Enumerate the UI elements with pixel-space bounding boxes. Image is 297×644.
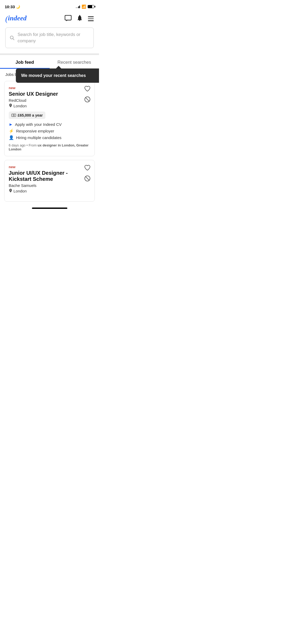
wifi-icon: 📶 [82,4,86,9]
tab-job-feed[interactable]: Job feed [0,55,50,69]
svg-line-11 [86,177,89,180]
tooltip-area: Jobs based on We moved your recent searc… [0,69,99,77]
search-bar[interactable]: Search for job title, keywords or compan… [5,27,94,48]
tooltip-message: We moved your recent searches [21,73,86,78]
svg-point-9 [13,114,15,116]
feature-hiring: 👤 Hiring multiple candidates [9,135,90,140]
company-name: RedCloud [9,98,90,103]
person-add-icon: 👤 [9,135,14,140]
job-card-actions [84,85,91,104]
search-placeholder: Search for job title, keywords or compan… [17,31,89,44]
apply-icon: ► [9,122,13,127]
new-badge: new [9,86,90,90]
job-location: London [9,189,90,194]
job-features: ► Apply with your Indeed CV ⚡ Responsive… [9,122,90,140]
save-job-button[interactable] [84,85,91,93]
company-name: Bache Samuels [9,183,90,188]
svg-rect-8 [12,114,16,117]
app-header: (indeed [0,12,99,27]
feature-responsive: ⚡ Responsive employer [9,128,90,134]
home-indicator [0,204,99,211]
new-badge: new [9,165,90,169]
save-job-button[interactable] [84,164,91,172]
signal-icon [76,5,80,8]
search-container: Search for job title, keywords or compan… [0,27,99,53]
recent-searches-tooltip[interactable]: We moved your recent searches [16,68,99,83]
hide-job-button[interactable] [84,96,91,104]
status-time: 10:33 [5,4,15,9]
messages-button[interactable] [65,15,72,22]
svg-line-7 [86,98,89,101]
salary-icon [11,113,16,117]
status-icons: 📶 [76,4,95,9]
tabs-bar: Job feed Recent searches [0,55,99,69]
location-icon [9,189,12,194]
job-title: Junior UI/UX Designer - Kickstart Scheme [9,170,90,182]
job-meta: 6 days ago • From ux designer in London,… [9,143,90,151]
job-title: Senior UX Designer [9,91,90,97]
header-icons [65,15,94,23]
svg-rect-2 [79,20,80,21]
feature-apply: ► Apply with your Indeed CV [9,122,90,127]
lightning-icon: ⚡ [9,128,14,134]
search-icon [10,35,14,40]
hide-job-button[interactable] [84,175,91,183]
job-card[interactable]: new Senior UX Designer RedCloud London £… [4,81,95,156]
job-location: London [9,104,90,108]
svg-point-3 [79,15,80,16]
job-card[interactable]: new Junior UI/UX Designer - Kickstart Sc… [4,160,95,202]
status-bar: 10:33 🌙 📶 [0,0,99,12]
salary-badge: £65,000 a year [9,112,45,119]
job-card-actions [84,164,91,183]
svg-line-5 [13,39,14,40]
notifications-button[interactable] [77,15,83,23]
job-list: new Senior UX Designer RedCloud London £… [0,77,99,202]
indeed-logo: (indeed [5,14,27,23]
battery-icon [88,5,94,8]
salary-text: £65,000 a year [18,113,43,117]
home-bar [32,208,67,209]
svg-rect-0 [65,15,71,20]
location-icon [9,104,12,108]
moon-icon: 🌙 [16,5,20,9]
menu-button[interactable] [88,16,94,21]
